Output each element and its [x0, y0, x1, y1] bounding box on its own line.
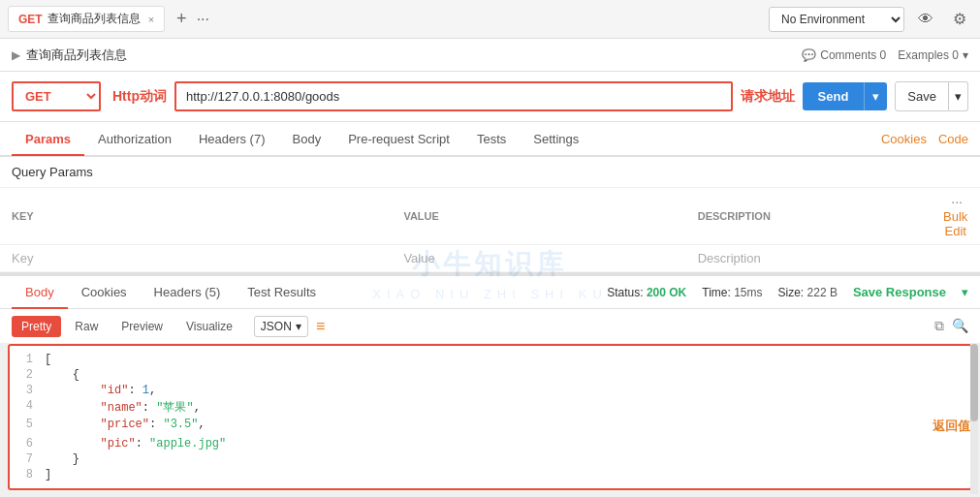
tab-close-icon[interactable]: × [148, 14, 154, 25]
format-value: JSON [261, 320, 292, 333]
line-num-2: 2 [10, 368, 45, 382]
code-container: 1 [ 2 { 3 "id": 1, 4 "name": "苹果", 5 "pr… [0, 344, 980, 494]
examples-label: Examples 0 [898, 48, 959, 62]
breadcrumb-right: 💬 Comments 0 Examples 0 ▾ [802, 48, 968, 62]
settings-icon-button[interactable]: ⚙ [947, 8, 972, 30]
code-area: 1 [ 2 { 3 "id": 1, 4 "name": "苹果", 5 "pr… [8, 344, 972, 490]
size-value: 222 B [807, 286, 838, 299]
format-bar: Pretty Raw Preview Visualize JSON ▾ ≡ ⧉ … [0, 309, 980, 344]
add-tab-button[interactable]: + [171, 9, 193, 29]
line-content-6: "pic": "apple.jpg" [45, 437, 970, 450]
url-label: 请求地址 [741, 88, 795, 106]
send-button[interactable]: Send [803, 82, 865, 110]
format-tab-raw[interactable]: Raw [65, 316, 108, 337]
tab-authorization[interactable]: Authorization [84, 124, 185, 156]
line-num-4: 4 [10, 399, 45, 416]
line-content-1: [ [45, 353, 970, 366]
response-section: Body Cookies Headers (5) Test Results St… [0, 272, 980, 494]
response-tabs-bar: Body Cookies Headers (5) Test Results St… [0, 274, 980, 309]
line-num-3: 3 [10, 384, 45, 397]
row-actions-cell [931, 245, 980, 272]
save-response-dropdown-button[interactable]: ▾ [962, 285, 968, 299]
active-tab[interactable]: GET 查询商品列表信息 × [8, 6, 165, 32]
table-row: Key Value Description [0, 245, 980, 272]
environment-select[interactable]: No Environment [769, 7, 904, 32]
line-num-1: 1 [10, 353, 45, 366]
response-tab-cookies[interactable]: Cookies [68, 277, 141, 309]
code-line-6: 6 "pic": "apple.jpg" [10, 436, 970, 451]
method-label: Http动词 [112, 88, 167, 106]
status-label: Status: 200 OK [607, 286, 686, 299]
response-status: Status: 200 OK Time: 15ms Size: 222 B Sa… [607, 285, 968, 299]
tab-tests[interactable]: Tests [463, 124, 520, 156]
code-line-1: 1 [ [10, 352, 970, 367]
size-label: Size: 222 B [778, 286, 838, 299]
save-response-button[interactable]: Save Response [853, 285, 946, 299]
line-content-8: ] [45, 468, 970, 481]
time-value: 15ms [734, 286, 762, 299]
time-label: Time: 15ms [702, 286, 762, 299]
top-bar-right: No Environment 👁 ⚙ [769, 7, 972, 32]
examples-item[interactable]: Examples 0 ▾ [898, 48, 968, 62]
line-num-6: 6 [10, 437, 45, 450]
send-group: Send ▾ [803, 82, 888, 110]
line-content-5: "price": "3.5", [45, 418, 913, 435]
tab-pre-request-script[interactable]: Pre-request Script [334, 124, 463, 156]
send-dropdown-button[interactable]: ▾ [864, 82, 887, 110]
status-value: 200 OK [647, 286, 686, 299]
save-group: Save ▾ [895, 81, 968, 111]
examples-dropdown-icon: ▾ [963, 48, 968, 62]
comments-label: Comments 0 [820, 48, 886, 62]
method-select[interactable]: GET POST PUT DELETE [12, 81, 101, 111]
comment-icon: 💬 [802, 48, 816, 62]
params-table: KEY VALUE DESCRIPTION ··· Bulk Edit Key … [0, 188, 980, 272]
url-bar: GET POST PUT DELETE Http动词 请求地址 Send ▾ S… [0, 72, 980, 122]
tab-method: GET [18, 13, 43, 26]
tab-params[interactable]: Params [12, 124, 84, 156]
code-line-4: 4 "name": "苹果", [10, 398, 970, 417]
description-cell[interactable]: Description [686, 245, 932, 272]
search-icon[interactable]: 🔍 [952, 318, 968, 334]
breadcrumb-bar: ▶ 查询商品列表信息 💬 Comments 0 Examples 0 ▾ [0, 39, 980, 72]
tab-settings[interactable]: Settings [520, 124, 592, 156]
value-cell[interactable]: Value [392, 245, 685, 272]
cookies-link[interactable]: Cookies [881, 132, 927, 146]
url-input[interactable] [174, 81, 733, 111]
key-column-header: KEY [0, 188, 392, 245]
query-params-section: Query Params KEY VALUE DESCRIPTION ··· B… [0, 157, 980, 272]
table-options-button[interactable]: ··· [951, 194, 963, 209]
response-tab-test-results[interactable]: Test Results [234, 277, 330, 309]
breadcrumb-title: 查询商品列表信息 [26, 47, 127, 64]
response-tab-headers[interactable]: Headers (5) [141, 277, 235, 309]
key-cell[interactable]: Key [0, 245, 392, 272]
scrollbar-thumb[interactable] [970, 344, 978, 421]
format-dropdown-icon: ▾ [296, 320, 301, 333]
tab-title: 查询商品列表信息 [47, 11, 141, 27]
format-tab-pretty[interactable]: Pretty [12, 316, 61, 337]
tabs-right: Cookies Code [881, 132, 968, 146]
line-content-4: "name": "苹果", [45, 399, 970, 416]
scrollbar-track[interactable] [970, 344, 978, 494]
line-content-2: { [45, 368, 970, 382]
save-dropdown-button[interactable]: ▾ [949, 81, 968, 111]
code-line-2: 2 { [10, 367, 970, 383]
format-right: ⧉ 🔍 [934, 318, 968, 334]
format-tab-visualize[interactable]: Visualize [176, 316, 242, 337]
response-tab-body[interactable]: Body [12, 277, 68, 309]
bulk-edit-button[interactable]: Bulk Edit [942, 209, 968, 238]
eye-icon-button[interactable]: 👁 [912, 9, 939, 30]
wrap-icon[interactable]: ≡ [316, 318, 325, 335]
tab-body[interactable]: Body [279, 124, 335, 156]
value-column-header: VALUE [392, 188, 685, 245]
return-value-label: 返回值 [933, 418, 970, 435]
code-link[interactable]: Code [938, 132, 968, 146]
format-tab-preview[interactable]: Preview [111, 316, 173, 337]
save-button[interactable]: Save [895, 81, 949, 111]
comments-item[interactable]: 💬 Comments 0 [802, 48, 886, 62]
more-tabs-button[interactable]: ··· [193, 11, 213, 28]
copy-icon[interactable]: ⧉ [934, 318, 944, 334]
tab-headers[interactable]: Headers (7) [185, 124, 279, 156]
code-line-5: 5 "price": "3.5", 返回值 [10, 417, 970, 436]
breadcrumb-arrow-icon: ▶ [12, 48, 20, 62]
format-select[interactable]: JSON ▾ [254, 316, 308, 337]
